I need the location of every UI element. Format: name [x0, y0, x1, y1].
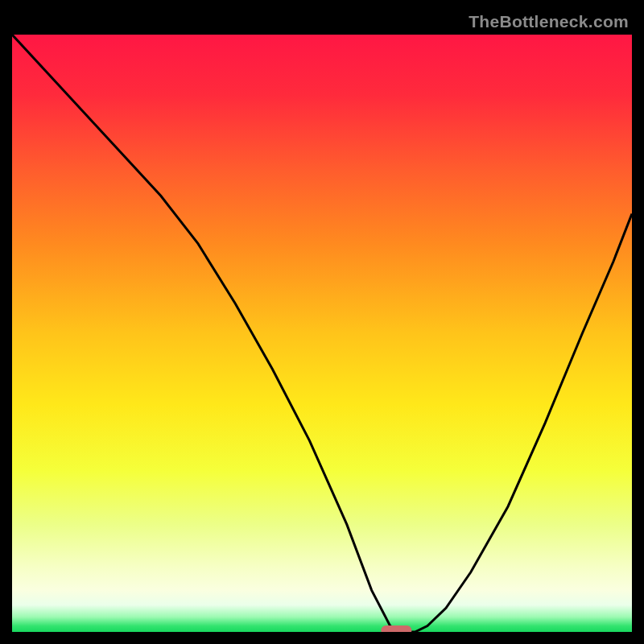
minimum-marker	[381, 625, 411, 632]
watermark-text: TheBottleneck.com	[469, 12, 629, 31]
gradient-background	[12, 35, 632, 632]
plot-area	[12, 35, 632, 632]
chart-frame: TheBottleneck.com	[12, 12, 632, 632]
chart-svg	[12, 35, 632, 632]
